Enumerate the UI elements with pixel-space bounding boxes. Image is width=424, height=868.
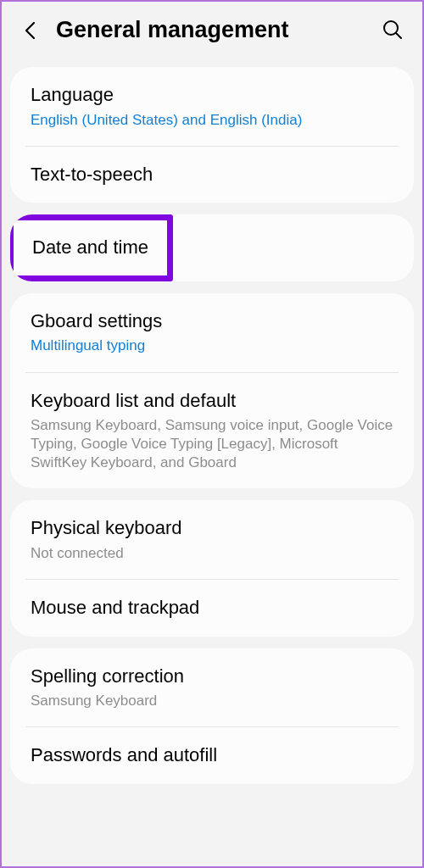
highlight-box: Date and time — [10, 214, 173, 281]
item-title: Keyboard list and default — [31, 389, 393, 414]
settings-card: Physical keyboard Not connected Mouse an… — [10, 500, 414, 636]
item-subtitle: English (United States) and English (Ind… — [31, 111, 393, 130]
settings-card: Gboard settings Multilingual typing Keyb… — [10, 293, 414, 489]
item-title: Passwords and autofill — [31, 743, 393, 768]
svg-line-1 — [396, 33, 401, 38]
settings-card: Language English (United States) and Eng… — [10, 67, 414, 203]
item-title: Language — [31, 83, 393, 108]
item-title: Spelling correction — [31, 665, 393, 689]
header: General management — [2, 2, 422, 55]
page-title: General management — [56, 17, 366, 43]
item-title: Gboard settings — [31, 309, 393, 334]
settings-item-physical-keyboard[interactable]: Physical keyboard Not connected — [10, 500, 414, 579]
search-icon[interactable] — [382, 19, 405, 42]
settings-item-passwords-autofill[interactable]: Passwords and autofill — [10, 727, 414, 784]
settings-item-gboard-settings[interactable]: Gboard settings Multilingual typing — [10, 293, 414, 372]
item-subtitle: Not connected — [31, 544, 393, 563]
back-icon[interactable] — [19, 19, 41, 42]
settings-card: Spelling correction Samsung Keyboard Pas… — [10, 648, 414, 784]
item-title: Date and time — [32, 236, 148, 258]
settings-item-text-to-speech[interactable]: Text-to-speech — [10, 147, 414, 203]
item-subtitle: Samsung Keyboard, Samsung voice input, G… — [31, 416, 393, 472]
item-title: Text-to-speech — [31, 163, 393, 187]
item-subtitle: Samsung Keyboard — [31, 692, 393, 710]
settings-item-spelling-correction[interactable]: Spelling correction Samsung Keyboard — [10, 648, 414, 727]
item-title: Physical keyboard — [31, 516, 393, 541]
settings-card: Date and time — [10, 214, 414, 281]
item-subtitle: Multilingual typing — [31, 337, 393, 355]
settings-item-language[interactable]: Language English (United States) and Eng… — [10, 67, 414, 146]
settings-item-date-and-time[interactable]: Date and time — [10, 214, 414, 281]
settings-item-keyboard-list[interactable]: Keyboard list and default Samsung Keyboa… — [10, 373, 414, 489]
settings-item-mouse-trackpad[interactable]: Mouse and trackpad — [10, 580, 414, 637]
item-title: Mouse and trackpad — [31, 596, 393, 620]
